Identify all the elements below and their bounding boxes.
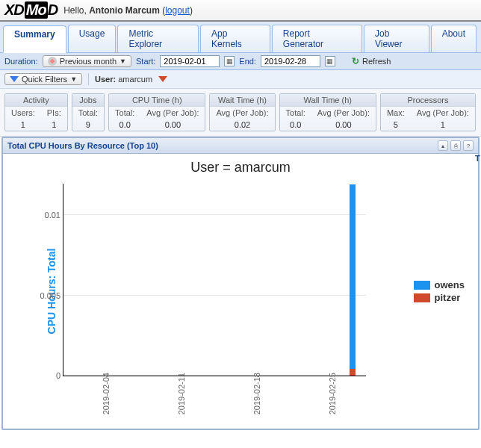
card-wall: Wall Time (h)Total:Avg (Per Job):0.00.00 (279, 93, 376, 131)
start-calendar-icon[interactable]: ▦ (224, 56, 235, 66)
tab-report-generator[interactable]: Report Generator (272, 25, 362, 52)
chart-panel-header: Total CPU Hours By Resource (Top 10) ▴ ⎙… (3, 138, 478, 154)
tab-app-kernels[interactable]: App Kernels (200, 25, 270, 52)
filter-bar: Quick Filters ▼ User: amarcum (0, 70, 481, 89)
end-label: End: (239, 57, 256, 66)
card-val: 9 (72, 119, 104, 131)
card-col: Avg (Per Job): (411, 107, 475, 119)
card-title: Jobs (72, 94, 104, 107)
end-calendar-icon[interactable]: ▦ (325, 56, 335, 66)
gridline (63, 214, 366, 215)
logo: XDMoD (4, 1, 58, 19)
tab-metric-explorer[interactable]: Metric Explorer (117, 25, 199, 52)
greeting-user: Antonio Marcum (89, 5, 160, 16)
card-col: Max: (381, 107, 411, 119)
funnel-icon (10, 76, 19, 82)
card-col: Users: (5, 107, 41, 119)
legend-swatch (414, 293, 430, 302)
card-val: 1 (411, 119, 475, 131)
logo-mo: Mo (25, 1, 48, 19)
chart-area: User = amarcum CPU Hours: Total 00.0050.… (3, 154, 478, 429)
refresh-label: Refresh (362, 57, 391, 66)
card-title: CPU Time (h) (109, 94, 205, 107)
card-col: Total: (109, 107, 140, 119)
summary-cards: ActivityUsers:PIs:11JobsTotal:9CPU Time … (0, 89, 481, 137)
card-val: 0.00 (140, 119, 205, 131)
card-col: Avg (Per Job): (140, 107, 205, 119)
tab-job-viewer[interactable]: Job Viewer (364, 25, 429, 52)
y-tick-label: 0 (56, 371, 63, 380)
legend-label: pitzer (435, 292, 461, 303)
tab-usage[interactable]: Usage (68, 25, 117, 52)
chart-panel: Total CPU Hours By Resource (Top 10) ▴ ⎙… (1, 137, 480, 430)
x-tick-label: 2019-02-18 (252, 373, 261, 414)
chart-panel-title: Total CPU Hours By Resource (Top 10) (7, 141, 158, 150)
legend-item-owens[interactable]: owens (414, 279, 465, 290)
greeting-prefix: Hello, (63, 5, 89, 16)
bar-pitzer[interactable] (350, 369, 356, 376)
start-date-input[interactable] (160, 55, 220, 67)
card-wait: Wait Time (h)Avg (Per Job):0.02 (209, 93, 275, 131)
chevron-down-icon: ▼ (120, 57, 126, 65)
legend-item-pitzer[interactable]: pitzer (414, 292, 465, 303)
duration-preset-dropdown[interactable]: Previous month ▼ (43, 55, 131, 67)
help-icon[interactable]: ? (463, 140, 474, 151)
chevron-down-icon: ▼ (70, 75, 77, 83)
card-title: Activity (5, 94, 67, 107)
card-val: 0.0 (109, 119, 140, 131)
logout-link[interactable]: logout (165, 5, 190, 16)
y-tick-label: 0.01 (45, 211, 63, 220)
card-val: 0.00 (311, 119, 376, 131)
card-cpu: CPU Time (h)Total:Avg (Per Job):0.00.00 (108, 93, 205, 131)
filter-user-label: User: amarcum (95, 75, 152, 84)
clear-filter-icon[interactable] (158, 76, 167, 82)
x-tick-label: 2019-02-11 (177, 373, 186, 414)
card-val: 5 (381, 119, 411, 131)
logo-d: D (48, 1, 58, 19)
x-tick-label: 2019-02-04 (102, 373, 111, 414)
card-val: 1 (41, 119, 67, 131)
chart-legend: owenspitzer (414, 278, 465, 305)
start-label: Start: (136, 57, 155, 66)
logo-xd: XD (4, 1, 25, 19)
y-tick-label: 0.005 (40, 291, 63, 300)
clock-icon (48, 57, 57, 66)
duration-label: Duration: (4, 57, 38, 66)
card-col: PIs: (41, 107, 67, 119)
refresh-button[interactable]: ↻ Refresh (347, 55, 396, 67)
gridline (63, 295, 366, 296)
collapse-icon[interactable]: ▴ (438, 140, 448, 151)
tab-strip: SummaryUsageMetric ExplorerApp KernelsRe… (0, 22, 481, 53)
chart-title: User = amarcum (3, 154, 478, 178)
tab-about[interactable]: About (431, 25, 477, 52)
quick-filters-dropdown[interactable]: Quick Filters ▼ (4, 73, 82, 85)
filter-user-value: amarcum (118, 75, 152, 84)
next-panel-hint: T (475, 154, 480, 163)
card-col: Total: (280, 107, 311, 119)
greeting: Hello, Antonio Marcum (logout) (63, 5, 193, 16)
print-icon[interactable]: ⎙ (450, 140, 461, 151)
top-bar: XDMoD Hello, Antonio Marcum (logout) (0, 0, 481, 22)
card-title: Wait Time (h) (210, 94, 274, 107)
card-val: 0.0 (280, 119, 311, 131)
card-title: Wall Time (h) (280, 94, 376, 107)
chart-plot: 00.0050.012019-02-042019-02-112019-02-18… (63, 184, 366, 376)
card-proc: ProcessorsMax:Avg (Per Job):51 (380, 93, 476, 131)
duration-toolbar: Duration: Previous month ▼ Start: ▦ End:… (0, 53, 481, 70)
card-activity: ActivityUsers:PIs:11 (4, 93, 68, 131)
legend-label: owens (435, 279, 465, 290)
card-col: Avg (Per Job): (311, 107, 376, 119)
card-val: 1 (5, 119, 41, 131)
x-tick-label: 2019-02-25 (328, 373, 337, 414)
tab-summary[interactable]: Summary (3, 25, 66, 53)
quick-filters-label: Quick Filters (22, 75, 67, 84)
card-col: Total: (72, 107, 104, 119)
bar-owens[interactable] (350, 184, 356, 369)
card-jobs: JobsTotal:9 (72, 93, 105, 131)
legend-swatch (414, 281, 430, 290)
refresh-icon: ↻ (352, 56, 359, 66)
card-col: Avg (Per Job): (210, 107, 274, 119)
card-title: Processors (381, 94, 475, 107)
card-val: 0.02 (210, 119, 274, 131)
end-date-input[interactable] (261, 55, 320, 67)
